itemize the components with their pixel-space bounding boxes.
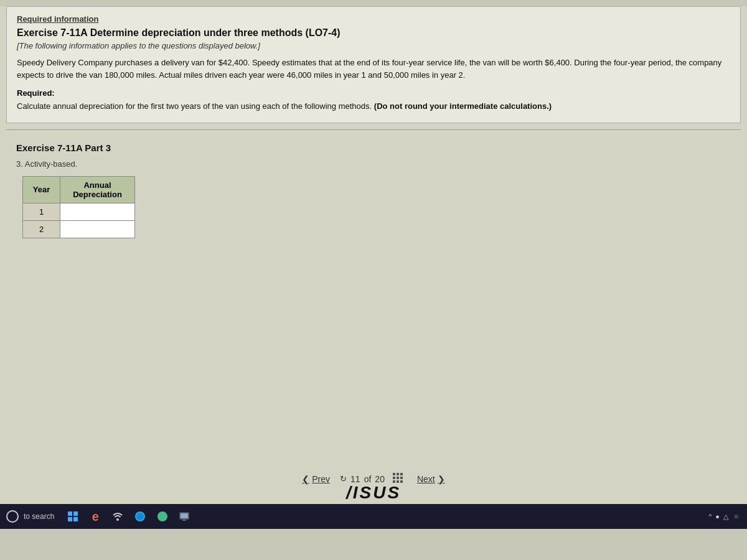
taskbar-wifi-icon[interactable] — [109, 508, 126, 525]
taskbar-battery-icon: ● — [715, 513, 720, 520]
depreciation-1-input[interactable] — [60, 203, 135, 220]
taskbar-search-label: to search — [24, 512, 54, 521]
italic-note: [The following information applies to th… — [17, 41, 730, 50]
year-2-cell: 2 — [23, 220, 60, 238]
next-arrow-icon: ❯ — [438, 474, 445, 484]
bold-note: (Do not round your intermediate calculat… — [374, 101, 552, 111]
prev-button[interactable]: ❮ Prev — [302, 474, 330, 484]
svg-rect-10 — [73, 511, 78, 516]
svg-rect-5 — [400, 477, 403, 479]
year-1-cell: 1 — [23, 203, 60, 220]
svg-rect-11 — [68, 517, 72, 521]
taskbar: to search e — [0, 504, 747, 529]
required-info-section: Required information Exercise 7-11A Dete… — [6, 6, 741, 123]
svg-point-15 — [136, 513, 144, 520]
taskbar-network-icon: ◾ — [732, 513, 741, 521]
svg-rect-0 — [393, 473, 395, 475]
activity-label: 3. Activity-based. — [16, 159, 731, 169]
svg-rect-3 — [393, 477, 395, 479]
prev-arrow-icon: ❮ — [302, 474, 309, 484]
taskbar-edge-icon[interactable]: e — [87, 508, 104, 525]
table-row: 1 — [23, 203, 135, 220]
svg-rect-18 — [181, 513, 188, 518]
svg-rect-12 — [73, 517, 78, 521]
col-header-depreciation: AnnualDepreciation — [60, 176, 135, 203]
taskbar-sound-icon: △ — [723, 513, 728, 521]
main-content: Required information Exercise 7-11A Dete… — [0, 6, 747, 529]
windows-search-icon — [6, 510, 19, 523]
svg-point-13 — [116, 518, 119, 521]
calculate-text-main: Calculate annual depreciation for the fi… — [17, 101, 372, 111]
svg-rect-1 — [397, 473, 399, 475]
depreciation-2-input[interactable] — [60, 220, 135, 238]
svg-rect-9 — [68, 511, 72, 516]
description-text: Speedy Delivery Company purchases a deli… — [17, 57, 730, 81]
refresh-icon: ↻ — [340, 474, 347, 483]
depreciation-table: Year AnnualDepreciation 1 2 — [22, 176, 135, 238]
taskbar-desktop-icon[interactable] — [64, 508, 82, 525]
svg-point-16 — [157, 511, 167, 521]
prev-label: Prev — [312, 474, 330, 484]
taskbar-app2-icon[interactable] — [154, 508, 171, 525]
required-label: Required: — [17, 88, 730, 98]
exercise-title: Exercise 7-11A Determine depreciation un… — [17, 27, 730, 39]
taskbar-caret-icon[interactable]: ^ — [708, 513, 712, 520]
next-button[interactable]: Next ❯ — [417, 474, 445, 484]
taskbar-right-area: ^ ● △ ◾ — [708, 513, 741, 521]
col-header-year: Year — [23, 176, 60, 203]
calculate-text: Calculate annual depreciation for the fi… — [17, 100, 730, 113]
part-title: Exercise 7-11A Part 3 — [16, 142, 731, 153]
asus-logo: /ISUS — [346, 483, 401, 503]
next-label: Next — [417, 474, 435, 484]
taskbar-app1-icon[interactable] — [131, 508, 149, 525]
table-row: 2 — [23, 220, 135, 238]
svg-rect-2 — [400, 473, 403, 475]
svg-rect-4 — [397, 477, 399, 479]
taskbar-app3-icon[interactable] — [176, 508, 194, 525]
required-info-label: Required information — [17, 14, 730, 24]
svg-rect-19 — [182, 520, 186, 521]
page-divider — [6, 129, 741, 130]
exercise-part-section: Exercise 7-11A Part 3 3. Activity-based.… — [6, 138, 741, 243]
